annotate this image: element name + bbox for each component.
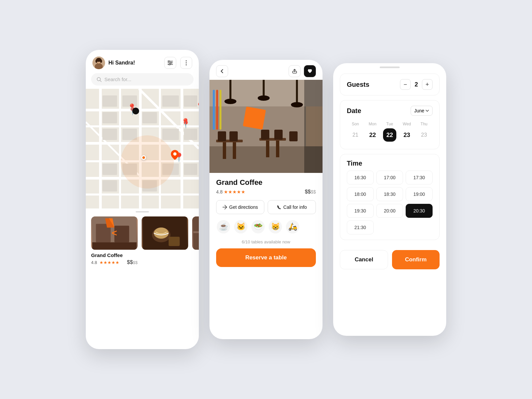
svg-point-5 [95, 60, 97, 63]
svg-rect-25 [99, 89, 102, 208]
time-2000[interactable]: 20:00 [376, 204, 403, 218]
card-extra[interactable] [192, 216, 199, 265]
date-section: Date June Son 21 Mon 22 [340, 100, 440, 149]
detail-content: Grand Coffee 4.8 ★★★★★ $$$$ Get directio… [209, 173, 323, 272]
svg-point-11 [170, 62, 172, 64]
time-1630[interactable]: 16:30 [347, 171, 374, 185]
calendar-day-wed[interactable]: Wed 23 [398, 120, 416, 144]
map-pin-2[interactable]: 📍 [196, 102, 199, 111]
svg-rect-46 [102, 180, 117, 192]
phone-map-screen: Hi Sandra! [86, 50, 199, 349]
map-pin-3[interactable]: 📍 [181, 118, 190, 127]
date-calendar: Son 21 Mon 22 Tue 22 Wed 23 [347, 120, 433, 144]
time-1800[interactable]: 18:00 [347, 187, 374, 201]
svg-rect-92 [216, 90, 218, 130]
map-header: Hi Sandra! [86, 50, 199, 73]
svg-rect-45 [184, 164, 197, 175]
svg-rect-88 [274, 130, 283, 140]
map-view[interactable]: 📍 📍 📍 📍 📍 📍 ⬤ 📍 📍 📍 📍 📍 [86, 89, 199, 208]
time-2130[interactable]: 21:30 [347, 220, 374, 234]
confirm-button[interactable]: Confirm [392, 250, 440, 269]
svg-rect-66 [169, 237, 180, 246]
svg-point-56 [173, 152, 177, 156]
restaurant-meta: 4.8 ★★★★★ $$$$ [216, 189, 316, 195]
card-grand-coffee[interactable]: < Grand Coffee 4.8 ★★★★★ $$$$ [91, 216, 138, 265]
back-button[interactable] [216, 65, 228, 77]
user-location-dot [141, 155, 146, 160]
svg-rect-86 [229, 131, 238, 141]
svg-rect-83 [266, 141, 269, 157]
svg-point-65 [154, 227, 169, 238]
card-image-3 [192, 216, 199, 250]
calendar-day-thu[interactable]: Thu 23 [415, 120, 433, 144]
share-button[interactable] [289, 65, 301, 77]
card-rating: 4.8 ★★★★★ [91, 260, 119, 265]
cancel-button[interactable]: Cancel [340, 250, 388, 269]
directions-button[interactable]: Get directions [216, 200, 264, 214]
map-pin-1[interactable]: 📍 [127, 103, 136, 112]
calendar-day-tue[interactable]: Tue 22 [381, 120, 398, 144]
card-image-1: < [91, 216, 138, 250]
card-meta: 4.8 ★★★★★ $$$$ [91, 259, 138, 265]
guests-minus-button[interactable]: − [400, 79, 411, 90]
svg-rect-95 [306, 106, 323, 146]
call-button[interactable]: Call for info [268, 200, 316, 214]
map-pin-selected[interactable] [171, 150, 179, 162]
reserve-button[interactable]: Reserve a table [216, 248, 316, 267]
guests-label: Guests [347, 81, 369, 88]
svg-point-76 [258, 95, 270, 101]
time-slots-grid: 16:30 17:00 17:30 18:00 18:30 19:00 19:3… [347, 171, 433, 234]
restaurant-rating: 4.8 ★★★★★ [216, 189, 245, 195]
filter-button[interactable] [164, 57, 176, 69]
time-1900[interactable]: 19:00 [406, 187, 433, 201]
card-coffee-2[interactable] [142, 216, 188, 265]
restaurant-hero-image [209, 80, 323, 173]
restaurant-stars: ★★★★★ [224, 189, 245, 195]
star-icons: ★★★★★ [99, 260, 119, 265]
time-1830[interactable]: 18:30 [376, 187, 403, 201]
reservation-content: Guests − 2 + Date June [333, 73, 446, 240]
svg-rect-42 [102, 164, 117, 175]
time-label: Time [347, 160, 362, 167]
month-selector[interactable]: June [411, 106, 433, 116]
time-2030[interactable]: 20:30 [406, 204, 433, 218]
svg-point-78 [291, 102, 303, 107]
svg-rect-75 [263, 80, 265, 96]
card-name: Grand Coffee [91, 252, 138, 258]
svg-rect-84 [276, 141, 279, 157]
card-chevron-icon: < [112, 228, 117, 238]
phone-reservation-screen: Guests − 2 + Date June [333, 63, 446, 336]
calendar-day-mon[interactable]: Mon 22 [364, 120, 381, 144]
date-header: Date June [347, 106, 433, 116]
svg-point-16 [97, 77, 100, 81]
svg-rect-29 [181, 89, 183, 208]
drag-handle [136, 211, 149, 212]
svg-rect-87 [261, 130, 269, 140]
time-1700[interactable]: 17:00 [376, 171, 403, 185]
greeting-text: Hi Sandra! [108, 60, 135, 66]
time-header: Time [347, 160, 433, 167]
restaurant-name: Grand Coffee [216, 178, 316, 187]
time-1730[interactable]: 17:30 [406, 171, 433, 185]
svg-line-17 [100, 80, 101, 82]
svg-rect-35 [142, 112, 157, 123]
reservation-actions: Cancel Confirm [333, 245, 446, 276]
svg-rect-85 [218, 131, 226, 141]
time-section: Time 16:30 17:00 17:30 18:00 18:30 19:00… [340, 154, 440, 240]
time-1930[interactable]: 19:30 [347, 204, 374, 218]
svg-rect-93 [219, 90, 221, 130]
search-bar[interactable]: Search for... [91, 73, 194, 85]
restaurant-cards: < Grand Coffee 4.8 ★★★★★ $$$$ [86, 216, 199, 265]
emoji-2: 🐱 [233, 219, 248, 234]
detail-actions [289, 65, 316, 77]
more-button[interactable] [180, 57, 192, 69]
guests-section: Guests − 2 + [340, 73, 440, 95]
calendar-day-sun[interactable]: Son 21 [347, 120, 364, 144]
favorite-button[interactable] [304, 65, 316, 77]
svg-point-15 [186, 65, 187, 66]
detail-top-bar [209, 60, 323, 80]
emoji-4: 😸 [268, 219, 283, 234]
guests-plus-button[interactable]: + [422, 79, 433, 90]
guests-header: Guests − 2 + [347, 79, 433, 90]
emoji-1: ☕ [216, 219, 231, 234]
